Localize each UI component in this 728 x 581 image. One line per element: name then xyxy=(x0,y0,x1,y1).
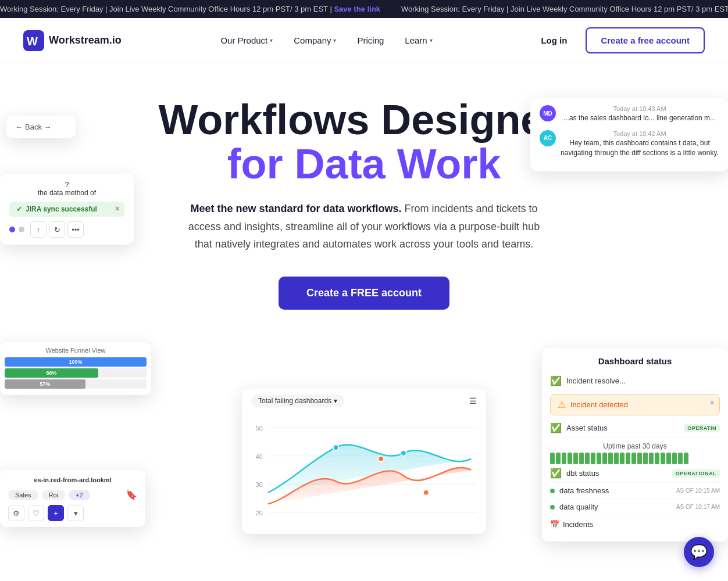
chat-bubble-button[interactable]: 💬 xyxy=(684,537,714,567)
settings-icon[interactable]: ⚙ xyxy=(8,505,24,521)
chat-message-2: AC Today at 10:42 AM Hey team, this dash… xyxy=(540,130,719,158)
jira-description: ? the data method of xyxy=(9,181,124,197)
uptime-bar xyxy=(602,453,607,464)
chat-message-1: MD Today at 10:43 AM ...as the sales das… xyxy=(540,105,719,123)
uptime-bar xyxy=(614,453,619,464)
line-chart: 50 40 30 20 xyxy=(251,412,477,528)
create-account-button[interactable]: Create a free account xyxy=(586,27,705,53)
svg-text:30: 30 xyxy=(256,481,263,488)
svg-text:20: 20 xyxy=(256,510,263,517)
dot-blue xyxy=(9,227,15,232)
announcement-text: Working Session: Every Friday | Join Liv… xyxy=(0,5,728,13)
chart-card: Total failing dashboards ▾ ☰ 50 40 30 20 xyxy=(242,389,486,534)
check-icon: ✓ xyxy=(16,205,22,213)
chevron-down-icon[interactable]: ▾ xyxy=(67,505,84,521)
chevron-down-icon: ▾ xyxy=(430,37,433,44)
uptime-bar xyxy=(579,453,584,464)
uptime-bar xyxy=(672,453,677,464)
uptime-bar xyxy=(655,453,659,464)
svg-point-13 xyxy=(423,490,429,496)
tag-sales[interactable]: Sales xyxy=(8,490,38,500)
hero-subtitle: Meet the new standard for data workflows… xyxy=(184,200,544,253)
lookml-actions: ⚙ ♡ + ▾ xyxy=(8,505,137,521)
status-card: Dashboard status ✅ Incident resolve... ⚠… xyxy=(542,348,728,541)
nav-company[interactable]: Company ▾ xyxy=(284,31,345,50)
incident-alert: ⚠ Incident detected × xyxy=(550,394,720,415)
dashboard-card: Website Funnel View 100% 66% 57% xyxy=(0,342,151,395)
status-item-quality: data quality AS OF 10:17 AM xyxy=(550,499,720,515)
uptime-bar xyxy=(562,453,566,464)
chart-menu-icon[interactable]: ☰ xyxy=(469,396,477,406)
uptime-bar xyxy=(649,453,654,464)
check-circle-icon: ✅ xyxy=(550,422,562,433)
svg-text:W: W xyxy=(27,35,38,48)
uptime-bar xyxy=(666,453,671,464)
logo-text: Workstream.io xyxy=(49,34,122,46)
action-up-icon[interactable]: ↑ xyxy=(30,221,47,238)
action-more-icon[interactable]: ••• xyxy=(67,221,84,238)
chevron-down-icon: ▾ xyxy=(334,397,337,405)
login-button[interactable]: Log in xyxy=(531,31,576,50)
status-item-freshness: data freshness AS OF 10:15 AM xyxy=(550,483,720,499)
nav-our-product[interactable]: Our Product ▾ xyxy=(211,31,282,50)
jira-card: ? the data method of ✓ JIRA sync success… xyxy=(0,174,134,245)
heart-icon[interactable]: ♡ xyxy=(28,505,44,521)
chart-header: Total failing dashboards ▾ ☰ xyxy=(251,394,477,407)
chevron-down-icon: ▾ xyxy=(270,37,273,44)
nav-learn[interactable]: Learn ▾ xyxy=(395,31,441,50)
jira-dots: ↑ ↻ ••• xyxy=(9,221,124,238)
add-icon[interactable]: + xyxy=(48,505,64,521)
svg-point-10 xyxy=(333,444,339,450)
quality-time: AS OF 10:17 AM xyxy=(676,504,720,510)
close-icon[interactable]: × xyxy=(710,398,715,407)
uptime-bar xyxy=(608,453,613,464)
back-icon: ← xyxy=(15,123,23,131)
uptime-bar xyxy=(556,453,561,464)
lookml-path: es-in.red-from-ard.lookml xyxy=(8,476,137,485)
svg-text:40: 40 xyxy=(256,453,263,460)
operational-badge-dbt: OPERATIONAL xyxy=(672,469,720,478)
status-item-dbt: ✅ dbt status OPERATIONAL xyxy=(550,464,720,483)
hero-title-line1: Workflows Designed xyxy=(159,96,570,143)
funnel-bar-3: 57% xyxy=(5,379,147,389)
check-circle-icon: ✅ xyxy=(550,468,562,479)
navbar: W Workstream.io Our Product ▾ Company ▾ … xyxy=(0,18,728,63)
chat-text-1: ...as the sales dashboard lo... line gen… xyxy=(561,113,719,123)
freshness-time: AS OF 10:15 AM xyxy=(676,487,720,494)
chart-dropdown[interactable]: Total failing dashboards ▾ xyxy=(251,394,344,407)
chat-text-2: Hey team, this dashboard contains t data… xyxy=(561,138,719,158)
uptime-bar xyxy=(568,453,572,464)
tag-plus[interactable]: +2 xyxy=(69,490,90,500)
hero-title-line2: for Data Work xyxy=(227,141,501,187)
action-refresh-icon[interactable]: ↻ xyxy=(49,221,65,238)
check-circle-icon: ✅ xyxy=(550,375,562,386)
logo[interactable]: W Workstream.io xyxy=(23,30,122,51)
hero-subtitle-bold: Meet the new standard for data workflows… xyxy=(190,203,401,214)
uptime-bar xyxy=(573,453,578,464)
lookml-card: es-in.red-from-ard.lookml Sales Roi +2 🔖… xyxy=(0,470,145,527)
uptime-bar xyxy=(661,453,665,464)
svg-point-12 xyxy=(378,456,384,462)
back-label[interactable]: Back → xyxy=(25,123,52,131)
chat-card: MD Today at 10:43 AM ...as the sales das… xyxy=(530,98,728,171)
nav-pricing[interactable]: Pricing xyxy=(348,31,393,50)
tag-roi[interactable]: Roi xyxy=(42,490,66,500)
close-icon[interactable]: × xyxy=(115,204,120,213)
incidents-label: 📅 Incidents xyxy=(550,515,720,533)
announcement-link[interactable]: Save the link xyxy=(334,5,380,13)
logo-icon: W xyxy=(23,30,44,51)
chat-time-1: Today at 10:43 AM xyxy=(561,105,719,112)
announcement-bar: Working Session: Every Friday | Join Liv… xyxy=(0,0,728,18)
uptime-bar xyxy=(597,453,601,464)
uptime-bar xyxy=(643,453,648,464)
hero-cta-button[interactable]: Create a FREE account xyxy=(279,277,449,310)
status-item-asset: ✅ Asset status OPERATIN xyxy=(550,419,720,437)
operational-badge: OPERATIN xyxy=(684,424,720,432)
uptime-bar xyxy=(591,453,595,464)
jira-badge: ✓ JIRA sync successful × xyxy=(9,202,124,217)
svg-point-11 xyxy=(401,450,406,456)
dashboard-header: Website Funnel View xyxy=(5,347,147,354)
uptime-bar xyxy=(620,453,624,464)
funnel-bar-1: 100% xyxy=(5,357,147,367)
calendar-icon: 📅 xyxy=(550,520,559,529)
